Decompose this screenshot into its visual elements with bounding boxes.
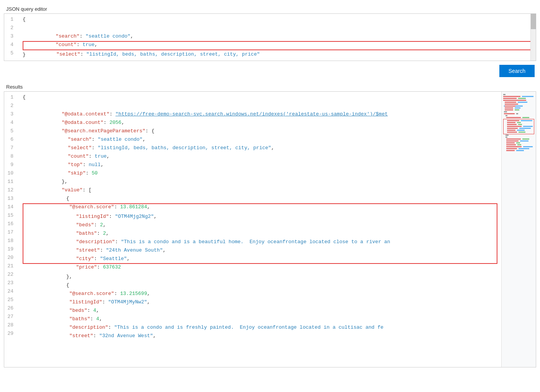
editor-line-num-2: 2 xyxy=(4,24,16,32)
editor-container: 1 2 3 4 5 { "search": "seattle condo", "… xyxy=(4,13,536,61)
r-line-1: { xyxy=(23,93,497,102)
r-ln-15: 15 xyxy=(4,211,16,220)
mp-line xyxy=(503,100,534,101)
search-button[interactable]: Search xyxy=(499,65,535,77)
r-line-26: "baths": 4, xyxy=(23,306,497,315)
r-line-22: { xyxy=(23,273,497,281)
r-ln-17: 17 xyxy=(4,228,16,237)
mp-line xyxy=(503,135,534,136)
r-ln-29: 29 xyxy=(4,329,16,338)
mp-line xyxy=(503,150,534,152)
r-ln-12: 12 xyxy=(4,186,16,194)
r-line-9: "skip": 50 xyxy=(23,161,497,169)
editor-line-5: } xyxy=(23,51,533,59)
mp-line xyxy=(503,109,534,111)
mp-line xyxy=(503,140,534,142)
r-ln-3: 3 xyxy=(4,110,16,119)
editor-title: JSON query editor xyxy=(0,4,540,13)
mp-line xyxy=(504,130,533,131)
r-line-18: "street": "24th Avenue South", xyxy=(23,238,497,246)
r-line-5: "search": "seattle condo", xyxy=(23,127,497,135)
r-line-3: "@odata.count": 2056, xyxy=(23,110,497,119)
r-ln-24: 24 xyxy=(4,287,16,296)
mp-line xyxy=(503,107,534,109)
search-button-area: Search xyxy=(0,61,540,81)
editor-code-area: 1 2 3 4 5 { "search": "seattle condo", "… xyxy=(4,14,536,61)
r-ln-4: 4 xyxy=(4,119,16,127)
results-code-area: 1 2 3 4 5 6 7 8 9 10 11 12 13 14 15 16 1 xyxy=(4,92,536,342)
mp-line xyxy=(503,98,534,99)
editor-line-1: { xyxy=(23,15,533,24)
r-line-6: "select": "listingId, beds, baths, descr… xyxy=(23,135,497,144)
mp-line xyxy=(503,96,534,97)
r-ln-8: 8 xyxy=(4,152,16,161)
mp-line xyxy=(503,148,534,150)
editor-scrollbar-thumb[interactable] xyxy=(531,14,536,29)
editor-line-num-1: 1 xyxy=(4,15,16,24)
mp-line xyxy=(503,94,534,96)
r-line-20: "price": 637632 xyxy=(23,255,497,263)
mp-line xyxy=(504,128,533,129)
r-line-2: "@odata.context": "https://free-demo-sea… xyxy=(23,102,497,110)
r-line-13: "@search.score": 13.861284, xyxy=(23,194,497,203)
editor-line-num-4: 4 xyxy=(4,41,16,49)
r-line-12: { xyxy=(23,186,497,194)
r-line-10: }, xyxy=(23,169,497,178)
r-line-19: "city": "Seattle", xyxy=(23,246,497,255)
r-line-7: "count": true, xyxy=(23,144,497,152)
editor-line-num-5: 5 xyxy=(4,49,16,58)
editor-line-num-3: 3 xyxy=(4,32,16,41)
r-ln-1: 1 xyxy=(4,93,16,102)
mp-line xyxy=(503,111,534,113)
r-line-24: "listingId": "OTM4MjMyNw2", xyxy=(23,290,497,298)
mini-preview-panel xyxy=(501,92,536,367)
r-ln-26: 26 xyxy=(4,304,16,313)
mp-line xyxy=(503,142,534,144)
mp-line xyxy=(504,124,533,125)
r-line-15: "beds": 2, xyxy=(23,212,497,221)
r-ln-16: 16 xyxy=(4,220,16,228)
r-ln-28: 28 xyxy=(4,321,16,329)
mp-line xyxy=(503,117,534,119)
r-ln-23: 23 xyxy=(4,279,16,287)
r-line-14: "listingId": "OTM4Mjg2Ng2", xyxy=(23,204,497,212)
page-container: JSON query editor 1 2 3 4 5 { "search": … xyxy=(0,0,540,392)
r-ln-19: 19 xyxy=(4,245,16,254)
editor-line-3: "count": true, xyxy=(23,32,533,41)
editor-line-numbers: 1 2 3 4 5 xyxy=(4,14,20,61)
editor-code-content[interactable]: { "search": "seattle condo", "count": tr… xyxy=(20,14,536,61)
r-line-23: "@search.score": 13.215699, xyxy=(23,281,497,290)
r-ln-21: 21 xyxy=(4,262,16,270)
r-ln-18: 18 xyxy=(4,237,16,245)
r-line-11: "value": [ xyxy=(23,178,497,186)
r-ln-20: 20 xyxy=(4,254,16,262)
r-line-29: "city": "Seattle", xyxy=(23,332,497,340)
r-line-21: }, xyxy=(23,264,497,273)
results-section: Results 1 2 3 4 5 6 7 8 9 10 11 12 13 xyxy=(0,82,540,367)
r-ln-2: 2 xyxy=(4,102,16,110)
r-line-4: "@search.nextPageParameters": { xyxy=(23,119,497,127)
mp-line xyxy=(503,137,534,138)
mp-line xyxy=(504,132,533,133)
r-line-17: "description": "This is a condo and is a… xyxy=(23,229,497,238)
r-ln-11: 11 xyxy=(4,178,16,186)
mp-line xyxy=(503,115,534,117)
result-highlight-block: "listingId": "OTM4Mjg2Ng2", "beds": 2, "… xyxy=(23,203,497,264)
r-line-28: "street": "32nd Avenue West", xyxy=(23,323,497,332)
mp-highlight xyxy=(503,119,534,134)
r-ln-25: 25 xyxy=(4,296,16,304)
mp-line xyxy=(503,104,534,105)
r-ln-7: 7 xyxy=(4,144,16,152)
r-ln-27: 27 xyxy=(4,313,16,321)
editor-line-2: "search": "seattle condo", xyxy=(23,24,533,32)
r-line-8: "top": null, xyxy=(23,152,497,161)
r-line-16: "baths": 2, xyxy=(23,221,497,229)
r-ln-9: 9 xyxy=(4,161,16,169)
results-code-content[interactable]: { "@odata.context": "https://free-demo-s… xyxy=(20,92,536,342)
mp-line xyxy=(504,120,533,122)
r-line-25: "beds": 4, xyxy=(23,298,497,306)
mp-line xyxy=(503,113,534,115)
mp-line xyxy=(503,102,534,103)
editor-scrollbar[interactable] xyxy=(530,14,536,61)
mp-line xyxy=(503,138,534,140)
